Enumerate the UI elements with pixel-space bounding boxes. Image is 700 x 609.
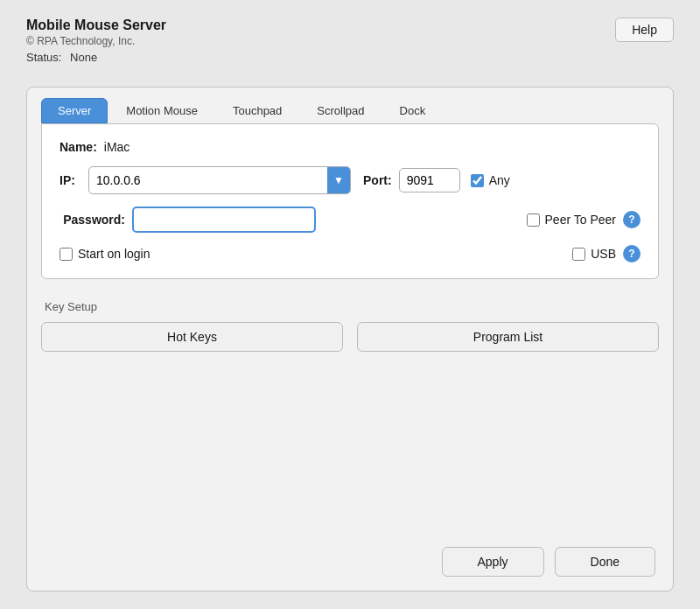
status-value: None	[70, 51, 97, 64]
peer-to-peer-help-icon[interactable]: ?	[623, 211, 640, 228]
app-header: Mobile Mouse Server © RPA Technology, In…	[26, 18, 674, 64]
done-button[interactable]: Done	[555, 547, 655, 577]
ip-input[interactable]	[89, 168, 327, 192]
start-on-login-label[interactable]: Start on login	[60, 247, 150, 261]
usb-help-icon[interactable]: ?	[623, 245, 640, 262]
start-on-login-checkbox[interactable]	[60, 248, 73, 261]
name-row: Name: iMac	[60, 140, 640, 154]
peer-to-peer-checkbox[interactable]	[527, 214, 540, 227]
password-input[interactable]	[132, 206, 316, 233]
key-setup-label: Key Setup	[41, 300, 659, 313]
tab-scrollpad[interactable]: Scrollpad	[300, 98, 381, 123]
main-panel: Server Motion Mouse Touchpad Scrollpad D…	[26, 87, 674, 592]
key-setup-section: Key Setup Hot Keys Program List	[41, 291, 659, 352]
tab-motion-mouse[interactable]: Motion Mouse	[109, 98, 214, 123]
name-label: Name:	[60, 140, 97, 154]
status-label: Status:	[26, 51, 61, 64]
ip-row: IP: ▼ Port: Any	[60, 166, 640, 194]
peer-to-peer-text: Peer To Peer	[545, 213, 616, 227]
hot-keys-button[interactable]: Hot Keys	[41, 322, 343, 352]
port-label: Port:	[363, 173, 392, 187]
tab-touchpad[interactable]: Touchpad	[216, 98, 298, 123]
apply-button[interactable]: Apply	[442, 547, 544, 577]
bottom-actions: Apply Done	[27, 533, 673, 591]
ip-label: IP:	[60, 173, 81, 187]
ip-dropdown-button[interactable]: ▼	[327, 167, 350, 193]
password-row: Password: Peer To Peer ?	[60, 206, 640, 233]
server-tab-content: Name: iMac IP: ▼ Port: Any Password:	[41, 123, 659, 279]
login-usb-row: Start on login USB ?	[60, 245, 640, 262]
tab-server[interactable]: Server	[41, 98, 108, 123]
tab-dock[interactable]: Dock	[383, 98, 443, 123]
status-line: Status: None	[26, 51, 166, 64]
any-checkbox-label[interactable]: Any	[471, 173, 510, 187]
password-label: Password:	[60, 213, 125, 227]
app-title: Mobile Mouse Server	[26, 18, 166, 33]
app-copyright: © RPA Technology, Inc.	[26, 35, 166, 47]
name-value: iMac	[104, 140, 130, 154]
chevron-down-icon: ▼	[333, 174, 344, 186]
app-info: Mobile Mouse Server © RPA Technology, In…	[26, 18, 166, 64]
any-checkbox[interactable]	[471, 174, 484, 187]
usb-checkbox[interactable]	[572, 248, 585, 261]
any-label: Any	[489, 173, 510, 187]
tab-bar: Server Motion Mouse Touchpad Scrollpad D…	[27, 88, 673, 123]
program-list-button[interactable]: Program List	[357, 322, 659, 352]
help-button[interactable]: Help	[615, 18, 674, 42]
start-on-login-text: Start on login	[78, 247, 150, 261]
usb-text: USB	[591, 247, 616, 261]
ip-dropdown-wrap[interactable]: ▼	[88, 166, 351, 194]
key-setup-buttons: Hot Keys Program List	[41, 322, 659, 352]
usb-label[interactable]: USB	[572, 247, 616, 261]
port-input[interactable]	[399, 168, 460, 192]
peer-to-peer-label[interactable]: Peer To Peer	[527, 213, 616, 227]
